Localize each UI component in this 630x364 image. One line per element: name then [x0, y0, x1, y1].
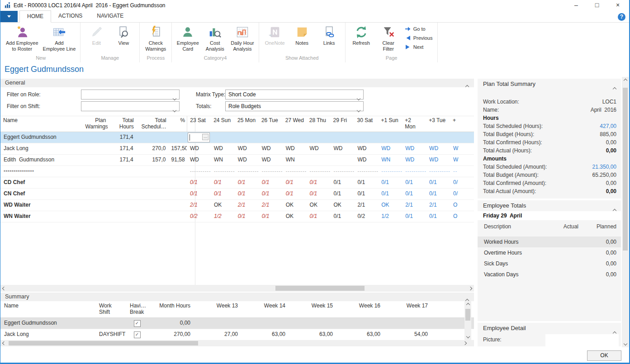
matrix-day-cell[interactable]: 0/2 — [354, 211, 378, 222]
matrix-cell[interactable]: 171,4 — [108, 155, 135, 165]
scroll-up-icon[interactable] — [464, 302, 471, 307]
summary-cell[interactable]: Jack Long — [0, 329, 95, 340]
matrix-row-name[interactable]: WN Waiter — [0, 211, 82, 222]
matrix-type-combobox[interactable]: Short Code — [225, 90, 364, 99]
matrix-column-header[interactable]: Total Hours — [108, 116, 135, 132]
summary-column-header[interactable]: Havi… Break — [126, 301, 148, 317]
matrix-day-cell[interactable]: 0/1 — [187, 189, 211, 199]
matrix-day-cell[interactable]: WD — [307, 143, 331, 154]
general-section-header[interactable]: General — [0, 79, 474, 87]
matrix-cell[interactable] — [136, 132, 168, 143]
summary-cell[interactable]: 63,00 — [288, 329, 336, 340]
matrix-day-cell[interactable]: WD — [426, 155, 450, 165]
matrix-day-cell[interactable]: WD — [235, 155, 259, 165]
matrix-day-cell[interactable]: O — [450, 200, 474, 211]
matrix-day-cell[interactable]: 0/1 — [211, 177, 235, 188]
matrix-day-cell[interactable]: ---------- — [378, 166, 402, 177]
matrix-day-cell[interactable]: OK — [307, 200, 331, 211]
ribbon-button-links[interactable]: Links — [316, 24, 343, 47]
break-checkbox[interactable]: ✓ — [134, 320, 141, 327]
summary-column-header[interactable]: Week 17 — [383, 301, 431, 317]
matrix-column-header[interactable]: Total Schedul… — [136, 116, 168, 132]
matrix-cell[interactable] — [168, 211, 187, 222]
matrix-day-cell[interactable]: -- — [450, 166, 474, 177]
matrix-cell[interactable] — [136, 211, 168, 222]
employee-totals-row[interactable]: Sick Days0,00 — [478, 258, 621, 269]
summary-cell[interactable] — [383, 318, 431, 329]
matrix-day-cell[interactable] — [330, 132, 354, 143]
matrix-day-cell[interactable]: W — [450, 155, 474, 165]
matrix-column-header[interactable]: Plan Warnings — [83, 116, 108, 132]
employee-totals-row[interactable]: Vacation Days0,00 — [478, 269, 621, 280]
scroll-right-icon[interactable] — [468, 285, 473, 292]
matrix-day-cell[interactable]: ---------- — [187, 166, 211, 177]
matrix-day-cell[interactable] — [235, 132, 259, 143]
matrix-row-name[interactable]: CD Chef — [0, 177, 82, 188]
scroll-left-icon[interactable] — [1, 340, 7, 346]
matrix-day-column-header[interactable]: 29 Fri — [331, 116, 355, 132]
matrix-day-column-header[interactable]: + — [450, 116, 474, 132]
matrix-day-cell[interactable]: 0/ — [450, 189, 474, 199]
ribbon-button-employee-card[interactable]: Employee Card — [174, 24, 201, 52]
matrix-day-column-header[interactable]: +2 Mon — [402, 116, 426, 132]
summary-cell[interactable]: 54,00 — [383, 329, 431, 340]
matrix-cell[interactable] — [82, 211, 108, 222]
matrix-cell[interactable] — [82, 155, 108, 165]
scrollbar-thumb[interactable] — [623, 88, 628, 251]
matrix-day-cell[interactable]: ---------- — [307, 166, 331, 177]
matrix-day-cell[interactable]: ---------- — [330, 166, 354, 177]
matrix-day-column-header[interactable]: 30 Sat — [354, 116, 378, 132]
matrix-day-cell[interactable]: OK — [378, 200, 402, 211]
matrix-day-cell[interactable] — [306, 132, 330, 143]
matrix-day-cell[interactable]: OK — [283, 200, 307, 211]
matrix-day-cell[interactable]: 0/1 — [378, 189, 402, 199]
matrix-cell[interactable] — [82, 132, 108, 143]
summary-cell[interactable]: DAYSHIFT — [95, 329, 126, 340]
scrollbar-thumb[interactable] — [465, 309, 470, 321]
summary-cell[interactable] — [336, 318, 383, 329]
matrix-day-cell[interactable] — [283, 132, 307, 143]
summary-vertical-scrollbar[interactable] — [464, 301, 471, 340]
matrix-row-name[interactable]: Eggert Gudmundsson — [0, 132, 82, 143]
matrix-day-cell[interactable]: 0/2 — [187, 211, 211, 222]
matrix-day-cell[interactable]: OK — [330, 200, 354, 211]
matrix-day-column-header[interactable]: 27 Wed — [283, 116, 307, 132]
matrix-day-cell[interactable]: OK — [283, 211, 307, 222]
ribbon-button-add-employee-line[interactable]: Add Employee Line — [41, 24, 78, 52]
ribbon-button-next[interactable]: Next — [405, 44, 433, 50]
matrix-cell[interactable] — [136, 166, 168, 177]
matrix-day-cell[interactable]: 2/1 — [187, 200, 211, 211]
matrix-day-cell[interactable] — [378, 132, 402, 143]
matrix-cell[interactable] — [108, 177, 135, 188]
matrix-cell[interactable] — [82, 177, 108, 188]
ribbon-button-view[interactable]: View — [110, 24, 137, 47]
matrix-day-cell[interactable]: 0/1 — [283, 177, 307, 188]
matrix-cell[interactable] — [82, 166, 108, 177]
tab-navigate[interactable]: NAVIGATE — [90, 10, 131, 23]
matrix-cell[interactable] — [168, 200, 187, 211]
matrix-day-cell[interactable]: 0/1 — [330, 189, 354, 199]
summary-cell[interactable]: ✓ — [126, 318, 148, 329]
matrix-day-cell[interactable]: WD — [402, 155, 426, 165]
matrix-cell[interactable] — [136, 200, 168, 211]
matrix-day-cell[interactable]: 0/1 — [426, 211, 450, 222]
assist-edit-button[interactable]: … — [202, 134, 208, 140]
summary-cell[interactable]: 270,00 — [148, 329, 193, 340]
matrix-cell[interactable]: 171,4 — [108, 132, 136, 143]
matrix-day-cell[interactable]: 0/1 — [307, 177, 331, 188]
matrix-day-cell[interactable]: 1/2 — [211, 211, 235, 222]
matrix-day-cell[interactable]: 1/2 — [378, 211, 402, 222]
collapse-icon[interactable] — [613, 205, 616, 216]
matrix-cell[interactable] — [82, 200, 108, 211]
matrix-day-cell[interactable]: 0/1 — [354, 189, 378, 199]
matrix-day-cell[interactable]: 2/1 — [426, 200, 450, 211]
matrix-day-cell[interactable]: 0/1 — [259, 211, 283, 222]
scroll-left-icon[interactable] — [1, 285, 7, 292]
matrix-row-name[interactable]: Edith Gudmundsson — [0, 155, 82, 165]
summary-cell[interactable] — [241, 318, 288, 329]
matrix-day-cell[interactable] — [354, 132, 378, 143]
matrix-cell[interactable] — [168, 132, 187, 143]
matrix-day-cell[interactable]: WD — [187, 143, 211, 154]
matrix-day-cell[interactable]: 0/1 — [235, 177, 259, 188]
totals-combobox[interactable]: Role Budgets — [225, 101, 364, 111]
